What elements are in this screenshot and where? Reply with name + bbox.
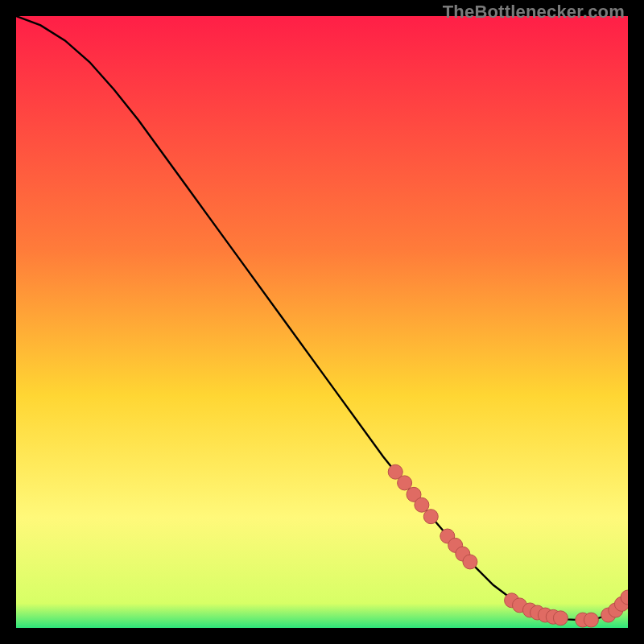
data-marker (553, 611, 568, 625)
attribution-text: TheBottlenecker.com (443, 2, 625, 23)
data-marker (463, 555, 477, 569)
data-marker (423, 510, 438, 524)
chart-frame (16, 16, 628, 628)
data-marker (398, 476, 412, 490)
data-marker (415, 497, 429, 512)
data-marker (584, 613, 598, 627)
chart-svg (16, 16, 628, 628)
gradient-background (16, 16, 628, 628)
